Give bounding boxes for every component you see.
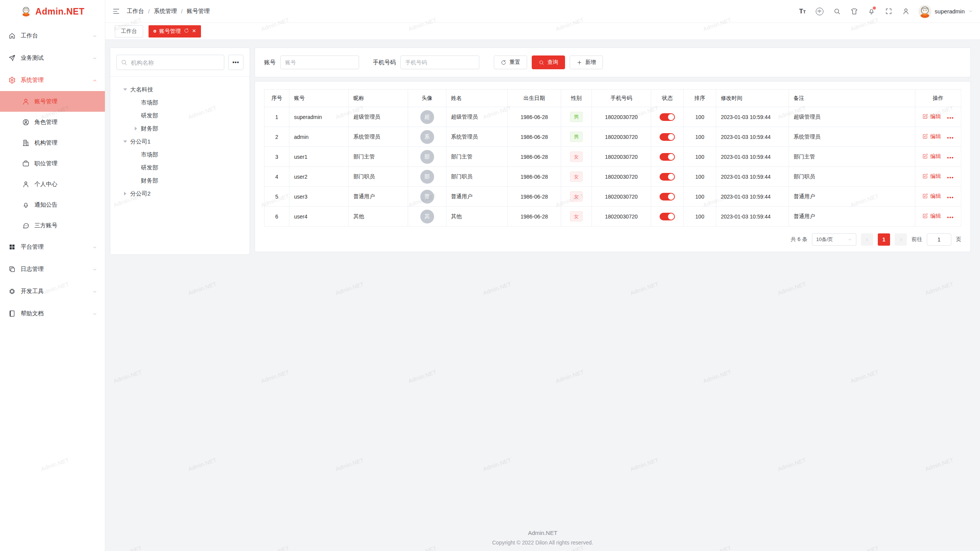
chevron-up-icon [92,78,97,83]
pagination-total: 共 6 条 [791,236,807,243]
tree-node[interactable]: 研发部 [116,161,243,174]
caret-down-icon[interactable] [123,88,127,91]
edit-button[interactable]: 编辑 [922,113,941,120]
caret-right-icon[interactable] [124,192,126,196]
add-button[interactable]: 新增 [570,55,603,69]
page-size-select[interactable]: 10条/页 [812,233,856,246]
sidebar-item-account-management[interactable]: 账号管理 [0,91,105,112]
font-size-icon[interactable]: TT [794,3,811,20]
breadcrumb-item[interactable]: 工作台 [127,8,144,15]
edit-button[interactable]: 编辑 [922,133,941,140]
user-outline-icon[interactable] [897,3,915,20]
edit-button[interactable]: 编辑 [922,193,941,200]
next-page-button[interactable] [895,233,907,246]
edit-button[interactable]: 编辑 [922,153,941,160]
current-page[interactable]: 1 [878,233,890,246]
role-icon [22,119,29,126]
status-toggle[interactable] [660,173,675,181]
reset-button[interactable]: 重置 [494,55,527,69]
tree-node[interactable]: 大名科技 [116,83,243,96]
close-icon[interactable]: × [192,28,196,34]
more-actions-button[interactable]: ••• [947,155,954,160]
menu-fold-icon[interactable] [108,4,124,19]
breadcrumb-separator: / [148,8,150,15]
app-root: Admin.NET 工作台 业务测试 系统管理 账号管理 [0,0,980,551]
tree-node[interactable]: 财务部 [116,122,243,135]
query-button[interactable]: 查询 [532,55,565,69]
sidebar-item-log-management[interactable]: 日志管理 [0,258,105,280]
theme-icon[interactable] [846,3,863,20]
table-row: 6 user4 其他 其 其他 1986-06-28 女 18020030720… [265,207,961,227]
logo[interactable]: Admin.NET [0,0,105,23]
col-avatar: 头像 [408,90,446,107]
notification-bell-icon[interactable] [863,3,880,20]
edit-button[interactable]: 编辑 [922,213,941,220]
sidebar-item-organization-management[interactable]: 机构管理 [0,132,105,153]
accounts-table-panel: 序号 账号 昵称 头像 姓名 出生日期 性别 手机号码 状态 排序 修改时间 [255,81,971,252]
more-actions-button[interactable]: ••• [947,135,954,140]
tree-node[interactable]: 市场部 [116,148,243,161]
home-icon [8,32,16,39]
chat-icon [22,222,29,229]
refresh-icon[interactable] [184,28,189,34]
username: superadmin [935,8,965,15]
more-actions-button[interactable]: ••• [947,194,954,200]
sidebar-item-dev-tools[interactable]: 开发工具 [0,280,105,302]
language-icon[interactable]: 中 [811,3,828,20]
grid-icon [8,243,16,251]
tab-workbench[interactable]: 工作台 [115,25,143,37]
breadcrumb-separator: / [181,8,183,15]
sidebar-item-notice[interactable]: 通知公告 [0,194,105,215]
tree-node[interactable]: 分公司1 [116,135,243,148]
sidebar-item-workbench[interactable]: 工作台 [0,24,105,47]
goto-page-input[interactable] [927,233,951,246]
breadcrumb-item[interactable]: 账号管理 [187,8,210,15]
phone-input[interactable] [400,55,479,69]
sidebar-item-role-management[interactable]: 角色管理 [0,112,105,132]
user-menu[interactable]: superadmin [918,5,973,18]
tree-node[interactable]: 财务部 [116,174,243,187]
tree-node[interactable]: 研发部 [116,109,243,122]
chevron-down-icon [92,245,97,249]
edit-button[interactable]: 编辑 [922,173,941,180]
gender-tag: 女 [570,171,583,182]
pagination: 共 6 条 10条/页 1 前往 页 [264,233,961,246]
caret-down-icon[interactable] [123,140,127,143]
prev-page-button[interactable] [861,233,873,246]
breadcrumb-item[interactable]: 系统管理 [154,8,177,15]
tree-more-button[interactable]: ••• [228,55,243,70]
status-toggle[interactable] [660,113,675,121]
tab-account-management[interactable]: 账号管理 × [149,25,201,37]
fullscreen-icon[interactable] [880,3,897,20]
col-index: 序号 [265,90,289,107]
search-icon [121,59,127,66]
status-toggle[interactable] [660,193,675,201]
more-actions-button[interactable]: ••• [947,174,954,180]
tree-node[interactable]: 市场部 [116,96,243,109]
sidebar: Admin.NET 工作台 业务测试 系统管理 账号管理 [0,0,105,551]
sidebar-item-third-party-account[interactable]: 三方账号 [0,215,105,236]
status-toggle[interactable] [660,133,675,141]
monk-logo-icon [20,6,32,17]
sidebar-item-business-test[interactable]: 业务测试 [0,47,105,69]
tree-node[interactable]: 分公司2 [116,187,243,200]
status-toggle[interactable] [660,153,675,161]
gender-tag: 男 [570,112,583,122]
account-input[interactable] [280,55,359,69]
status-toggle[interactable] [660,213,675,220]
col-nickname: 昵称 [349,90,408,107]
avatar-badge: 部 [420,170,434,184]
col-birthdate: 出生日期 [508,90,561,107]
sidebar-item-platform-management[interactable]: 平台管理 [0,236,105,258]
sidebar-item-help-docs[interactable]: 帮助文档 [0,302,105,324]
org-name-search-input[interactable] [116,55,224,70]
caret-right-icon[interactable] [135,127,137,130]
search-icon[interactable] [828,3,846,20]
sidebar-item-system-management[interactable]: 系统管理 [0,69,105,91]
sidebar-item-personal-center[interactable]: 个人中心 [0,174,105,194]
more-actions-button[interactable]: ••• [947,214,954,220]
sidebar-item-position-management[interactable]: 职位管理 [0,153,105,174]
table-row: 4 user2 部门职员 部 部门职员 1986-06-28 女 1802003… [265,167,961,187]
brand-name: Admin.NET [35,7,84,17]
more-actions-button[interactable]: ••• [947,115,954,121]
